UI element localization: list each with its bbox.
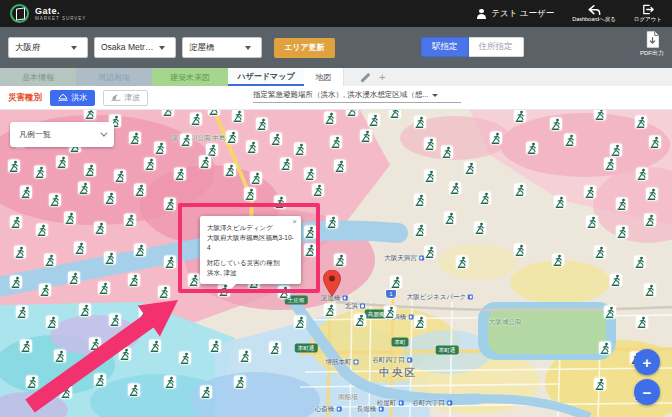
- evacuation-site-icon[interactable]: [449, 181, 461, 195]
- evacuation-site-icon[interactable]: [8, 159, 20, 173]
- app-logo[interactable]: Gate. MARKET SURVEY: [10, 4, 86, 23]
- evacuation-site-icon[interactable]: [586, 215, 598, 229]
- evacuation-site-icon[interactable]: [636, 167, 648, 181]
- evacuation-site-icon[interactable]: [636, 315, 648, 329]
- evacuation-site-icon[interactable]: [360, 129, 372, 143]
- evacuation-site-icon[interactable]: [312, 183, 324, 197]
- evacuation-site-icon[interactable]: [16, 305, 28, 319]
- evacuation-site-icon[interactable]: [94, 221, 106, 235]
- evacuation-site-icon[interactable]: [250, 171, 262, 185]
- evacuation-site-icon[interactable]: [56, 155, 68, 169]
- evacuation-site-icon[interactable]: [119, 347, 131, 361]
- evacuation-site-icon[interactable]: [514, 183, 526, 197]
- evacuation-site-icon[interactable]: [474, 221, 486, 235]
- evacuation-site-icon[interactable]: [389, 110, 401, 119]
- evacuation-site-icon[interactable]: [294, 315, 306, 329]
- evacuation-site-icon[interactable]: [10, 275, 22, 289]
- evacuation-site-icon[interactable]: [554, 195, 566, 209]
- evacuation-site-icon[interactable]: [94, 373, 106, 387]
- evacuation-site-icon[interactable]: [644, 213, 656, 227]
- evacuation-site-icon[interactable]: [46, 315, 58, 329]
- tab-map[interactable]: 地図: [304, 68, 344, 86]
- evacuation-site-icon[interactable]: [368, 113, 380, 127]
- evacuation-site-icon[interactable]: [199, 155, 211, 169]
- prefecture-select[interactable]: 大阪府: [8, 37, 88, 58]
- evacuation-site-icon[interactable]: [514, 110, 526, 123]
- evacuation-site-icon[interactable]: [354, 313, 366, 327]
- station-select[interactable]: 淀屋橋: [182, 37, 262, 58]
- dashboard-back-button[interactable]: Dashboardへ戻る: [572, 5, 616, 23]
- tab-market-price[interactable]: 周辺相場: [76, 68, 152, 86]
- evacuation-site-icon[interactable]: [164, 197, 176, 211]
- evacuation-site-icon[interactable]: [14, 245, 26, 259]
- evacuation-site-icon[interactable]: [144, 157, 156, 171]
- evacuation-site-icon[interactable]: [68, 271, 80, 285]
- evacuation-site-icon[interactable]: [334, 159, 346, 173]
- evacuation-site-icon[interactable]: [164, 255, 176, 269]
- evacuation-site-icon[interactable]: [326, 215, 338, 229]
- evacuation-site-icon[interactable]: [232, 110, 244, 123]
- evacuation-site-icon[interactable]: [84, 110, 96, 120]
- evacuation-site-icon[interactable]: [414, 315, 426, 329]
- evacuation-site-icon[interactable]: [646, 187, 658, 201]
- area-update-button[interactable]: エリア更新: [274, 38, 335, 58]
- evacuation-site-icon[interactable]: [390, 275, 402, 289]
- evacuation-site-icon[interactable]: [644, 283, 656, 297]
- evacuation-site-icon[interactable]: [616, 197, 628, 211]
- evacuation-site-icon[interactable]: [10, 215, 22, 229]
- evacuation-site-icon[interactable]: [634, 255, 646, 269]
- evacuation-site-icon[interactable]: [414, 193, 426, 207]
- evacuation-site-icon[interactable]: [610, 143, 622, 157]
- evacuation-site-icon[interactable]: [464, 161, 476, 175]
- evacuation-site-icon[interactable]: [594, 245, 606, 259]
- pdf-export-button[interactable]: PDF出力: [640, 31, 664, 58]
- evacuation-site-icon[interactable]: [39, 283, 51, 297]
- tab-hazard-map[interactable]: ハザードマップ: [228, 68, 304, 86]
- evacuation-site-icon[interactable]: [599, 341, 611, 355]
- evacuation-site-icon[interactable]: [128, 383, 140, 397]
- evacuation-site-icon[interactable]: [128, 273, 140, 287]
- evacuation-site-icon[interactable]: [20, 185, 32, 199]
- evacuation-site-icon[interactable]: [635, 115, 647, 129]
- evacuation-site-icon[interactable]: [270, 132, 282, 146]
- station-mode-button[interactable]: 駅指定: [421, 37, 469, 57]
- railway-line-select[interactable]: Osaka Metro御堂...: [94, 37, 176, 58]
- evacuation-site-icon[interactable]: [324, 303, 336, 317]
- address-mode-button[interactable]: 住所指定: [469, 37, 524, 57]
- evacuation-site-icon[interactable]: [346, 110, 358, 117]
- evacuation-site-icon[interactable]: [114, 169, 126, 183]
- evacuation-site-icon[interactable]: [44, 253, 56, 267]
- evacuation-site-icon[interactable]: [200, 385, 212, 399]
- add-tab-icon[interactable]: +: [379, 71, 385, 83]
- evacuation-site-icon[interactable]: [604, 305, 616, 319]
- evacuation-site-icon[interactable]: [550, 117, 562, 131]
- evacuation-site-icon[interactable]: [162, 110, 174, 117]
- evacuation-site-icon[interactable]: [129, 131, 141, 145]
- evacuation-site-icon[interactable]: [149, 339, 161, 353]
- logout-button[interactable]: ログアウト: [634, 4, 662, 23]
- evacuation-site-icon[interactable]: [98, 281, 110, 295]
- evacuation-site-icon[interactable]: [490, 131, 502, 145]
- popup-close-button[interactable]: ×: [292, 218, 297, 226]
- evacuation-site-icon[interactable]: [158, 285, 170, 299]
- legend-toggle[interactable]: 凡例一覧: [10, 122, 114, 147]
- evacuation-site-icon[interactable]: [26, 375, 38, 389]
- evacuation-site-icon[interactable]: [226, 130, 238, 144]
- evacuation-site-icon[interactable]: [139, 305, 151, 319]
- evacuation-site-icon[interactable]: [256, 117, 268, 131]
- map-pin-icon[interactable]: [323, 270, 341, 296]
- evacuation-site-icon[interactable]: [294, 142, 306, 156]
- evacuation-site-icon[interactable]: [104, 191, 116, 205]
- map-zoom-out-button[interactable]: −: [634, 379, 660, 405]
- evacuation-site-icon[interactable]: [154, 141, 166, 155]
- evacuation-site-icon[interactable]: [564, 133, 576, 147]
- map-zoom-in-button[interactable]: +: [634, 349, 660, 375]
- evacuation-site-icon[interactable]: [594, 110, 606, 121]
- evacuation-site-icon[interactable]: [134, 243, 146, 257]
- evacuation-site-icon[interactable]: [441, 145, 453, 159]
- evacuation-site-icon[interactable]: [64, 211, 76, 225]
- evacuation-site-icon[interactable]: [209, 339, 221, 353]
- evacuation-site-icon[interactable]: [610, 273, 622, 287]
- evacuation-site-icon[interactable]: [334, 253, 346, 267]
- evacuation-site-icon[interactable]: [78, 181, 90, 195]
